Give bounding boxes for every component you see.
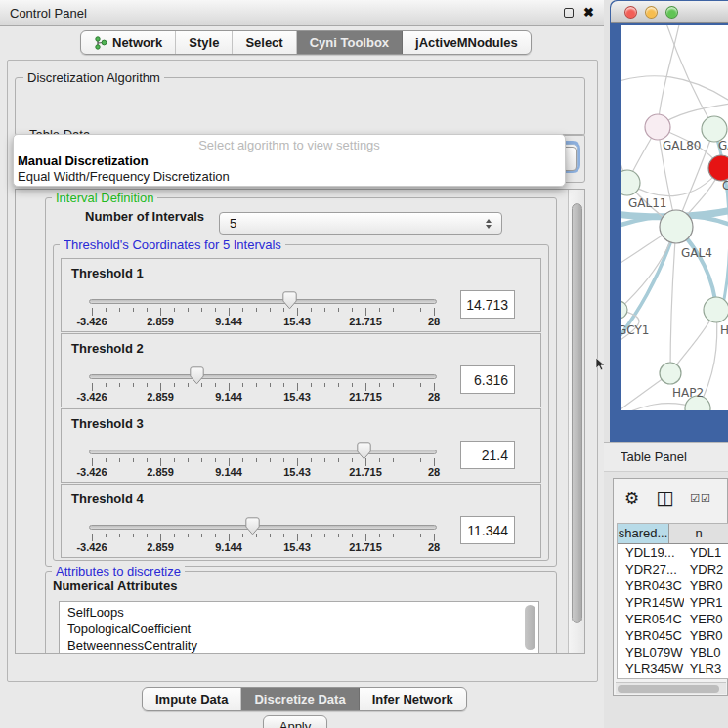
right-region: GAL80GACGAL11GAL4GCY1HAHAP2 Table Panel …: [604, 0, 728, 728]
slider-knob-icon[interactable]: [190, 366, 204, 385]
table-header-row: shared... n: [618, 524, 728, 544]
network-node[interactable]: [660, 210, 693, 243]
table-row[interactable]: YBL079WYBL0: [618, 644, 728, 661]
cell-shared-name: YBR045C: [618, 627, 684, 644]
tab-discretize-data[interactable]: Discretize Data: [241, 688, 359, 710]
cell-shared-name: YBL079W: [618, 644, 684, 661]
slider-tick-labels: -3.4262.8599.14415.4321.71528: [92, 466, 434, 478]
table-row[interactable]: YPR145WYPR1: [618, 594, 728, 611]
table-row[interactable]: YBR045CYBR0: [618, 627, 728, 644]
cyni-toolbox-panel: Discretization Algorithm Select algorith…: [7, 60, 598, 682]
cell-shared-name: YER054C: [618, 611, 684, 627]
interval-definition-title: Interval Definition: [52, 192, 157, 205]
attribute-list-item[interactable]: TopologicalCoefficient: [67, 621, 538, 637]
table-row[interactable]: YIL052CYIL0: [618, 677, 728, 679]
attributes-list-scrollbar[interactable]: [525, 605, 535, 650]
node-label: GAL80: [663, 139, 701, 152]
cell-name: YBR0: [684, 627, 728, 644]
table-row[interactable]: YDR27...YDR2: [618, 561, 728, 578]
dropdown-prompt-item[interactable]: Select algorithm to view settings: [14, 138, 565, 153]
threshold-panel: Threshold 2-3.4262.8599.14415.4321.71528…: [61, 333, 541, 407]
slider-knob-icon[interactable]: [282, 291, 297, 310]
table-row[interactable]: YBR043CYBR0: [618, 578, 728, 594]
tab-infer-network[interactable]: Infer Network: [360, 688, 466, 710]
column-header-name[interactable]: n: [669, 524, 728, 543]
control-panel-title: Control Panel: [10, 6, 87, 21]
cell-shared-name: YBR043C: [618, 578, 684, 594]
minimize-traffic-light[interactable]: [645, 6, 658, 19]
dropdown-item-equal-width-frequency[interactable]: Equal Width/Frequency Discretization: [14, 169, 565, 185]
network-node[interactable]: [704, 297, 728, 322]
slider-tick-labels: -3.4262.8599.14415.4321.71528: [92, 541, 434, 553]
cell-name: YER0: [684, 611, 728, 627]
table-row[interactable]: YER054CYER0: [618, 611, 728, 627]
gear-icon[interactable]: ⚙: [624, 489, 639, 509]
threshold-value-input[interactable]: 11.344: [460, 516, 515, 544]
slider-track[interactable]: [89, 525, 437, 530]
close-icon[interactable]: ✖: [583, 8, 594, 18]
split-view-icon[interactable]: ◫: [656, 491, 673, 506]
scrollbar-thumb[interactable]: [572, 203, 582, 623]
network-node[interactable]: [621, 170, 640, 195]
zoom-traffic-light[interactable]: [665, 6, 678, 19]
slider-ticks: [92, 534, 434, 541]
number-of-intervals-label: Number of Intervals: [85, 209, 204, 224]
threshold-panel: Threshold 1-3.4262.8599.14415.4321.71528…: [61, 258, 541, 332]
numerical-attributes-list[interactable]: SelfLoopsTopologicalCoefficientBetweenne…: [59, 601, 539, 653]
table-panel-titlebar: Table Panel: [604, 442, 728, 472]
threshold-value-input[interactable]: 21.4: [460, 441, 515, 469]
slider-knob-icon[interactable]: [357, 442, 371, 460]
slider-track[interactable]: [89, 374, 437, 379]
cell-name: YBL0: [684, 644, 728, 661]
threshold-label: Threshold 4: [71, 492, 144, 506]
table-row[interactable]: YDL19...YDL1: [618, 544, 728, 561]
network-canvas[interactable]: GAL80GACGAL11GAL4GCY1HAHAP2: [621, 25, 728, 410]
combo-stepper-icon: [486, 219, 492, 229]
slider-track[interactable]: [89, 299, 437, 304]
control-panel: Control Panel ✖ Network Style Select Cyn…: [0, 0, 604, 728]
network-node[interactable]: [708, 155, 728, 181]
network-node[interactable]: [645, 114, 670, 140]
threshold-value-input[interactable]: 14.713: [460, 290, 515, 319]
slider-track[interactable]: [89, 450, 437, 454]
close-traffic-light[interactable]: [624, 6, 637, 19]
settings-vertical-scrollbar[interactable]: [568, 190, 584, 653]
tab-jactivemnodules[interactable]: jActiveMNodules: [403, 31, 531, 54]
network-window-titlebar[interactable]: [611, 1, 728, 23]
tab-select[interactable]: Select: [233, 31, 296, 54]
node-label: HAP2: [672, 386, 704, 400]
attribute-list-item[interactable]: BetweennessCentrality: [67, 637, 538, 653]
threshold-panel: Threshold 3-3.4262.8599.14415.4321.71528…: [61, 408, 541, 483]
attributes-group-title: Attributes to discretize: [52, 565, 185, 578]
mouse-cursor: [595, 357, 607, 372]
table-horizontal-scrollbar[interactable]: [616, 682, 726, 694]
table-panel: ⚙ ◫ ☑☑ shared... n YDL19...YDL1YDR27...Y…: [613, 478, 728, 696]
checkbox-icons[interactable]: ☑☑: [690, 492, 711, 505]
discretization-algorithm-group: Discretization Algorithm: [15, 77, 585, 136]
settings-viewport: Interval Definition Number of Intervals …: [16, 190, 568, 653]
tab-cyni-toolbox[interactable]: Cyni Toolbox: [297, 31, 403, 54]
table-row[interactable]: YLR345WYLR3: [618, 661, 728, 677]
tab-impute-data[interactable]: Impute Data: [143, 688, 241, 710]
apply-button[interactable]: Apply: [263, 715, 327, 728]
network-node[interactable]: [621, 301, 627, 319]
attribute-list-item[interactable]: SelfLoops: [67, 604, 538, 621]
slider-knob-icon[interactable]: [245, 517, 260, 535]
cell-name: YPR1: [684, 594, 728, 611]
slider-tick-labels: -3.4262.8599.14415.4321.71528: [92, 316, 434, 327]
dropdown-item-manual-discretization[interactable]: Manual Discretization: [14, 153, 565, 169]
network-view-window: GAL80GACGAL11GAL4GCY1HAHAP2: [610, 0, 728, 442]
threshold-label: Threshold 3: [71, 416, 144, 431]
network-node[interactable]: [660, 363, 681, 384]
threshold-value-input[interactable]: 6.316: [460, 365, 515, 394]
float-window-icon[interactable]: [564, 8, 574, 18]
tab-network[interactable]: Network: [81, 31, 176, 54]
column-header-shared-name[interactable]: shared...: [618, 524, 669, 543]
cell-shared-name: YDR27...: [618, 561, 684, 578]
numerical-attributes-label: Numerical Attributes: [53, 578, 177, 593]
cell-shared-name: YIL052C: [618, 677, 684, 679]
tab-style[interactable]: Style: [176, 31, 233, 54]
settings-scroll-pane: Interval Definition Number of Intervals …: [15, 189, 585, 654]
number-of-intervals-combobox[interactable]: 5: [219, 212, 502, 235]
scrollbar-thumb[interactable]: [618, 685, 719, 693]
